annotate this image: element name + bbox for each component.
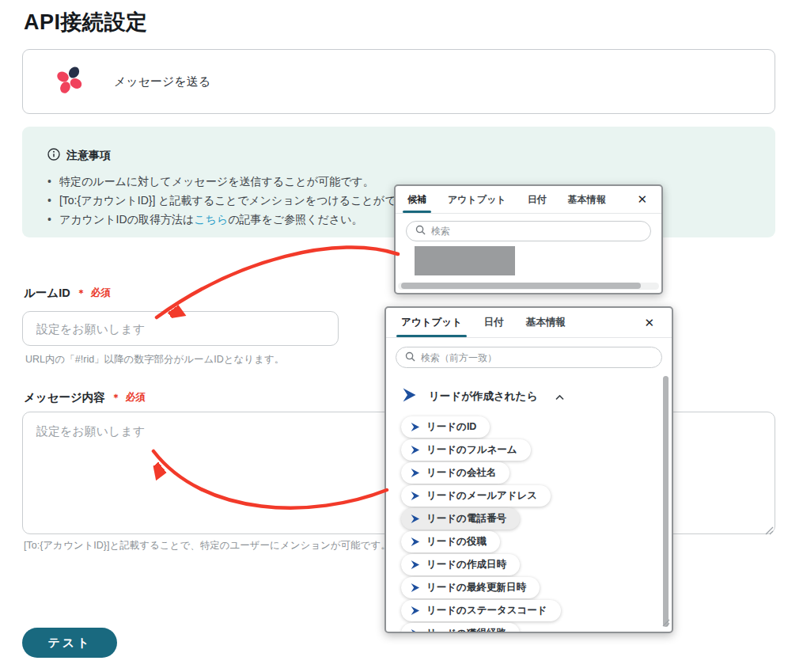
output-popup: アウトプット 日付 基本情報 ✕ リードが作成されたら [384,306,673,633]
tab-basic-info[interactable]: 基本情報 [525,308,566,337]
room-id-input[interactable] [22,311,339,346]
room-id-label: ルームID ＊ 必須 [24,286,111,301]
output-arrow-icon [410,606,420,616]
vertical-scrollbar-thumb[interactable] [663,376,669,627]
app-logo-icon [55,65,85,98]
required-asterisk: ＊ [77,287,86,300]
tab-output[interactable]: アウトプット [400,308,463,337]
output-arrow-icon [410,537,420,547]
info-icon [47,148,60,163]
output-search-input[interactable] [421,352,653,363]
close-icon[interactable]: ✕ [641,314,657,332]
api-connection-settings-page: API接続設定 メッセージを送る 注意事項 •特定のル [0,0,803,672]
output-search-box [396,347,662,368]
output-arrow-icon [410,491,420,501]
output-chip[interactable]: リードのフルネーム [401,439,531,461]
output-arrow-icon [410,514,420,524]
output-chip[interactable]: リードの会社名 [401,462,509,484]
popup-resize-handle[interactable] [662,616,670,630]
tab-output[interactable]: アウトプット [447,186,507,213]
message-label: メッセージ内容 ＊ 必須 [24,390,146,405]
tab-kouho[interactable]: 候補 [407,186,427,213]
trigger-app-icon [401,387,417,406]
output-chip[interactable]: リードのID [401,416,490,438]
output-arrow-icon [410,468,420,478]
tab-date[interactable]: 日付 [527,186,547,213]
room-id-helper-text: URL内の「#!rid」以降の数字部分がルームIDとなります。 [25,353,284,366]
output-chip[interactable]: リードの獲得経路 [401,623,520,633]
output-list: リードが作成されたら リードのID リードのフルネーム リードの会社名 リードの… [386,368,672,633]
required-badge: 必須 [126,391,146,404]
tab-date[interactable]: 日付 [483,308,505,337]
search-icon [405,351,415,365]
notice-header: 注意事項 [47,148,775,163]
output-arrow-icon [410,628,420,633]
suggestion-item-redacted[interactable] [415,246,515,275]
suggest-popup-tabbar: 候補 アウトプット 日付 基本情報 ✕ [396,186,661,214]
trigger-group-label: リードが作成されたら [429,389,537,404]
suggest-popup: 候補 アウトプット 日付 基本情報 ✕ [394,184,663,294]
suggest-search-box [406,221,651,241]
output-arrow-icon [410,560,420,570]
output-chip[interactable]: リードの役職 [401,531,500,552]
tab-basic-info[interactable]: 基本情報 [567,186,607,213]
output-arrow-icon [410,583,420,593]
page-title: API接続設定 [24,8,148,36]
action-card: メッセージを送る [22,49,775,114]
output-popup-tabbar: アウトプット 日付 基本情報 ✕ [386,308,672,338]
output-chip[interactable]: リードのステータスコード [401,600,561,621]
message-helper-text: [To:{アカウントID}]と記載することで、特定のユーザーにメンションが可能で… [24,539,391,552]
chevron-up-icon[interactable] [555,389,564,404]
test-button[interactable]: テスト [22,628,117,658]
trigger-group-header[interactable]: リードが作成されたら [401,387,672,406]
horizontal-scrollbar-thumb[interactable] [401,283,641,289]
output-chip[interactable]: リードの最終更新日時 [401,577,540,598]
output-chip[interactable]: リードの作成日時 [401,554,520,575]
output-arrow-icon [410,445,420,455]
arrow-to-room-id-input [157,247,398,317]
close-icon[interactable]: ✕ [634,191,650,208]
action-card-label: メッセージを送る [114,74,210,89]
account-id-help-link[interactable]: こちら [194,213,228,226]
required-asterisk: ＊ [112,391,121,404]
required-badge: 必須 [91,287,111,300]
search-icon [415,224,426,238]
output-arrow-icon [410,422,420,432]
textarea-resize-handle[interactable] [765,524,774,538]
suggest-search-input[interactable] [431,226,642,237]
output-chip[interactable]: リードの電話番号 [401,508,520,530]
output-chip[interactable]: リードのメールアドレス [401,485,551,507]
notice-title: 注意事項 [66,149,111,163]
